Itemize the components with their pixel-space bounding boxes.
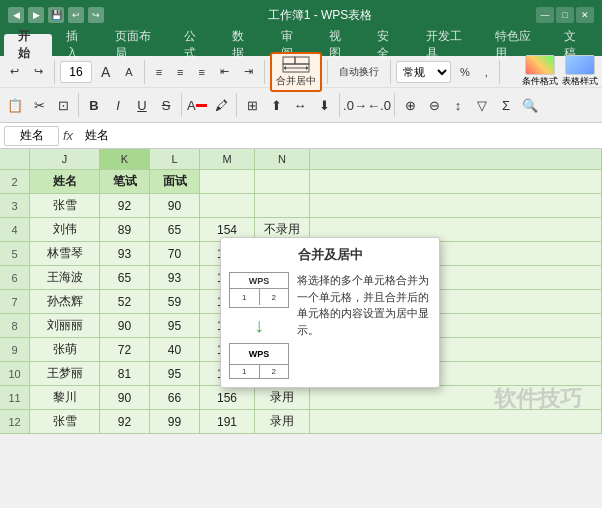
copy-icon[interactable]: ⊡ xyxy=(52,94,74,116)
col-header-m[interactable]: M xyxy=(200,149,255,169)
bold-icon[interactable]: B xyxy=(83,94,105,116)
cell-l[interactable]: 录用 xyxy=(255,386,310,409)
comma-btn[interactable]: , xyxy=(479,63,494,81)
cell-name[interactable]: 张萌 xyxy=(30,338,100,361)
back-icon[interactable]: ◀ xyxy=(8,7,24,23)
cell-name[interactable]: 王梦丽 xyxy=(30,362,100,385)
font-increase-btn[interactable]: A xyxy=(95,61,116,83)
cut-icon[interactable]: ✂ xyxy=(28,94,50,116)
tab-data[interactable]: 数据 xyxy=(218,34,266,56)
align-middle-icon[interactable]: ↔ xyxy=(289,94,311,116)
strikethrough-icon[interactable]: S xyxy=(155,94,177,116)
delete-row-icon[interactable]: ⊖ xyxy=(423,94,445,116)
cell-ms[interactable]: 66 xyxy=(150,386,200,409)
tab-dev-tools[interactable]: 开发工具 xyxy=(412,34,481,56)
align-top-icon[interactable]: ⬆ xyxy=(265,94,287,116)
cell-ms[interactable]: 90 xyxy=(150,194,200,217)
cell-name[interactable]: 黎川 xyxy=(30,386,100,409)
tab-insert[interactable]: 插入 xyxy=(52,34,100,56)
font-color-icon[interactable]: A xyxy=(186,94,208,116)
conditional-format-btn[interactable]: 条件格式 xyxy=(522,55,558,88)
save-icon[interactable]: 💾 xyxy=(48,7,64,23)
cell-name[interactable]: 王海波 xyxy=(30,266,100,289)
maximize-btn[interactable]: □ xyxy=(556,7,574,23)
undo-icon[interactable]: ↩ xyxy=(68,7,84,23)
cell-ms[interactable]: 59 xyxy=(150,290,200,313)
cell-ms[interactable]: 40 xyxy=(150,338,200,361)
cell-bi[interactable]: 90 xyxy=(100,386,150,409)
close-btn[interactable]: ✕ xyxy=(576,7,594,23)
table-style-btn[interactable]: 表格样式 xyxy=(562,55,598,88)
cell-ms[interactable]: 70 xyxy=(150,242,200,265)
font-decrease-btn[interactable]: A xyxy=(119,63,138,81)
tab-formula[interactable]: 公式 xyxy=(170,34,218,56)
increase-decimal-icon[interactable]: .0→ xyxy=(344,94,366,116)
col-header-l[interactable]: L xyxy=(150,149,200,169)
col-header-j[interactable]: J xyxy=(30,149,100,169)
cell-bi[interactable]: 65 xyxy=(100,266,150,289)
paste-icon[interactable]: 📋 xyxy=(4,94,26,116)
cell-header-k[interactable] xyxy=(200,170,255,193)
fill-color-icon[interactable]: 🖍 xyxy=(210,94,232,116)
cell-ms[interactable]: 65 xyxy=(150,218,200,241)
col-header-k[interactable]: K xyxy=(100,149,150,169)
align-right-btn[interactable]: ≡ xyxy=(193,63,211,81)
filter-icon[interactable]: ▽ xyxy=(471,94,493,116)
border-icon[interactable]: ⊞ xyxy=(241,94,263,116)
cell-reference-input[interactable] xyxy=(4,126,59,146)
redo-button[interactable]: ↪ xyxy=(28,62,49,81)
tab-view[interactable]: 视图 xyxy=(315,34,363,56)
align-center-btn[interactable]: ≡ xyxy=(171,63,189,81)
cell-name[interactable]: 林雪琴 xyxy=(30,242,100,265)
cell-name[interactable]: 刘丽丽 xyxy=(30,314,100,337)
cell-name[interactable]: 张雪 xyxy=(30,410,100,433)
insert-row-icon[interactable]: ⊕ xyxy=(399,94,421,116)
decrease-decimal-icon[interactable]: ←.0 xyxy=(368,94,390,116)
cell-header-ms[interactable]: 面试 xyxy=(150,170,200,193)
cell-bi[interactable]: 81 xyxy=(100,362,150,385)
indent-right-btn[interactable]: ⇥ xyxy=(238,62,259,81)
minimize-btn[interactable]: — xyxy=(536,7,554,23)
wrap-text-btn[interactable]: 自动换行 xyxy=(333,62,385,82)
cell-name[interactable]: 孙杰辉 xyxy=(30,290,100,313)
italic-icon[interactable]: I xyxy=(107,94,129,116)
cell-header-bi[interactable]: 笔试 xyxy=(100,170,150,193)
cell-bi[interactable]: 90 xyxy=(100,314,150,337)
tab-doc[interactable]: 文稿 xyxy=(550,34,598,56)
font-size-input[interactable] xyxy=(60,61,92,83)
cell-bi[interactable]: 72 xyxy=(100,338,150,361)
cell-ms[interactable]: 99 xyxy=(150,410,200,433)
cell-k[interactable]: 191 xyxy=(200,410,255,433)
cell-name[interactable]: 张雪 xyxy=(30,194,100,217)
sum-icon[interactable]: Σ xyxy=(495,94,517,116)
cell-ms[interactable]: 95 xyxy=(150,362,200,385)
cell-l[interactable]: 录用 xyxy=(255,410,310,433)
cell-ms[interactable]: 93 xyxy=(150,266,200,289)
col-header-n[interactable]: N xyxy=(255,149,310,169)
search-icon[interactable]: 🔍 xyxy=(519,94,541,116)
cell-bi[interactable]: 92 xyxy=(100,194,150,217)
align-bottom-icon[interactable]: ⬇ xyxy=(313,94,335,116)
cell-name[interactable]: 刘伟 xyxy=(30,218,100,241)
tab-security[interactable]: 安全 xyxy=(363,34,411,56)
merge-center-button[interactable]: 合并居中 xyxy=(270,52,322,92)
percent-btn[interactable]: % xyxy=(454,63,476,81)
align-left-btn[interactable]: ≡ xyxy=(150,63,168,81)
tab-home[interactable]: 开始 xyxy=(4,34,52,56)
cell-header-name[interactable]: 姓名 xyxy=(30,170,100,193)
tab-special[interactable]: 特色应用 xyxy=(481,34,550,56)
redo-icon[interactable]: ↪ xyxy=(88,7,104,23)
indent-left-btn[interactable]: ⇤ xyxy=(214,62,235,81)
formula-input[interactable] xyxy=(85,126,598,146)
cell-k[interactable]: 156 xyxy=(200,386,255,409)
tab-page-layout[interactable]: 页面布局 xyxy=(101,34,170,56)
cell-header-l[interactable] xyxy=(255,170,310,193)
num-format-dropdown[interactable]: 常规 数值 货币 日期 文本 xyxy=(396,61,451,83)
underline-icon[interactable]: U xyxy=(131,94,153,116)
cell-l[interactable] xyxy=(255,194,310,217)
cell-bi[interactable]: 93 xyxy=(100,242,150,265)
sort-icon[interactable]: ↕ xyxy=(447,94,469,116)
cell-ms[interactable]: 95 xyxy=(150,314,200,337)
cell-bi[interactable]: 92 xyxy=(100,410,150,433)
cell-bi[interactable]: 52 xyxy=(100,290,150,313)
